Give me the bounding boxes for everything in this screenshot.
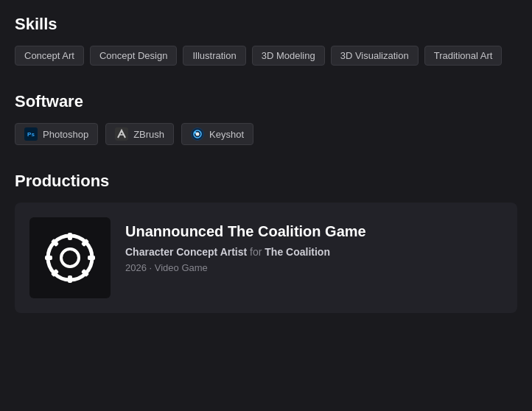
svg-rect-8 — [88, 256, 95, 260]
software-item: PsPhotoshop — [15, 123, 98, 145]
productions-title: Productions — [15, 172, 517, 191]
software-title: Software — [15, 92, 517, 111]
skill-tag: Concept Design — [90, 46, 178, 66]
photoshop-icon: Ps — [24, 127, 38, 141]
software-label: Keyshot — [209, 129, 244, 140]
keyshot-icon — [191, 127, 204, 141]
production-role: Character Concept Artist for The Coaliti… — [125, 246, 503, 258]
skill-tag: Concept Art — [15, 46, 84, 66]
skills-title: Skills — [15, 15, 517, 34]
production-card: Unannounced The Coalition Game Character… — [15, 203, 517, 313]
svg-rect-12 — [45, 256, 52, 260]
production-logo — [29, 217, 111, 298]
production-info: Unannounced The Coalition Game Character… — [125, 217, 503, 273]
skill-tag: 3D Visualization — [331, 46, 419, 66]
skills-tags: Concept ArtConcept DesignIllustration3D … — [15, 46, 517, 66]
svg-point-4 — [196, 133, 200, 136]
coalition-logo-icon — [41, 228, 99, 287]
skill-tag: Traditional Art — [424, 46, 503, 66]
skill-tag: Illustration — [183, 46, 245, 66]
svg-rect-10 — [68, 275, 72, 283]
zbrush-icon — [115, 127, 128, 141]
production-meta: 2026 · Video Game — [125, 262, 503, 273]
svg-point-14 — [61, 249, 79, 267]
software-section: Software PsPhotoshop ZBrush Keyshot — [15, 92, 517, 145]
productions-section: Productions Unannoun — [15, 172, 517, 313]
software-item: ZBrush — [105, 123, 174, 145]
skill-tag: 3D Modeling — [252, 46, 325, 66]
software-item: Keyshot — [181, 123, 253, 145]
software-label: ZBrush — [133, 129, 164, 140]
production-title: Unannounced The Coalition Game — [125, 223, 503, 240]
software-label: Photoshop — [43, 129, 88, 140]
skills-section: Skills Concept ArtConcept DesignIllustra… — [15, 15, 517, 66]
software-items: PsPhotoshop ZBrush Keyshot — [15, 123, 517, 145]
svg-rect-6 — [68, 233, 72, 240]
